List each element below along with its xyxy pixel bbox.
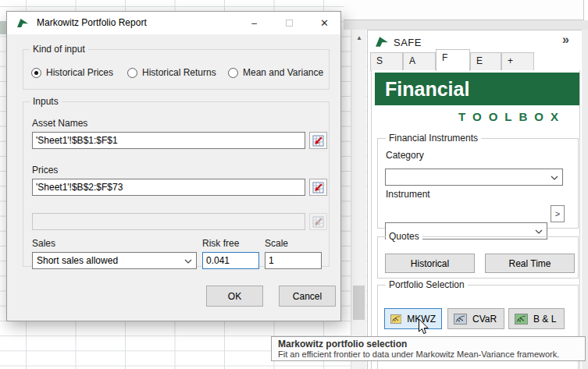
vertical-scrollbar[interactable]: ▲ bbox=[351, 30, 366, 369]
radio-mean-and-variance[interactable]: Mean and Variance bbox=[228, 66, 323, 80]
button-label: B & L bbox=[533, 314, 556, 325]
cancel-button[interactable]: Cancel bbox=[279, 286, 336, 307]
kind-of-input-group: Kind of input Historical Prices Historic… bbox=[23, 49, 330, 90]
app-logo-icon bbox=[16, 17, 29, 30]
quotes-group: Quotes Historical Real Time bbox=[377, 236, 579, 279]
radio-selected-icon[interactable] bbox=[31, 68, 41, 78]
inputs-group: Inputs Asset Names Prices bbox=[23, 101, 330, 267]
tooltip-body: Fit an efficient frontier to data under … bbox=[278, 349, 579, 359]
tooltip-title: Markowitz portfolio selection bbox=[278, 339, 579, 349]
asset-names-input[interactable] bbox=[32, 132, 305, 149]
range-picker-icon[interactable] bbox=[309, 132, 327, 149]
b-and-l-button[interactable]: B & L bbox=[508, 308, 565, 329]
group-label: Inputs bbox=[30, 96, 62, 107]
banner-title: Financial bbox=[385, 78, 469, 101]
tab-e[interactable]: E bbox=[470, 52, 501, 71]
worksheet-top-area bbox=[344, 0, 584, 20]
cvar-button[interactable]: CVaR bbox=[447, 308, 504, 329]
markowitz-dialog: Markowitz Portfolio Report – ✕ Kind of i… bbox=[6, 11, 341, 321]
group-label: Financial Instruments bbox=[386, 133, 481, 144]
dialog-title: Markowitz Portfolio Report bbox=[37, 12, 147, 34]
group-label: Kind of input bbox=[30, 44, 88, 55]
chevron-right-icon[interactable]: > bbox=[551, 205, 565, 222]
group-label: Portfolio Selection bbox=[386, 279, 468, 290]
group-label: Quotes bbox=[386, 231, 422, 242]
minimize-icon[interactable]: – bbox=[237, 12, 272, 34]
scale-label: Scale bbox=[265, 238, 288, 249]
instrument-label: Instrument bbox=[386, 189, 430, 200]
maximize-icon bbox=[272, 12, 307, 34]
historical-button[interactable]: Historical bbox=[385, 254, 475, 273]
scroll-up-icon[interactable]: ▲ bbox=[351, 30, 367, 45]
chevron-down-icon bbox=[551, 176, 558, 180]
mkwz-button[interactable]: MKWZ bbox=[384, 308, 442, 329]
financial-banner: Financial bbox=[375, 73, 579, 105]
tooltip: Markowitz portfolio selection Fit an eff… bbox=[271, 336, 586, 361]
financial-instruments-group: Financial Instruments Category Instrumen… bbox=[377, 138, 579, 229]
tab-s[interactable]: S bbox=[370, 52, 403, 71]
extra-range-input bbox=[32, 213, 305, 230]
chevron-down-icon bbox=[535, 229, 543, 234]
radio-historical-returns[interactable]: Historical Returns bbox=[127, 66, 216, 80]
double-chevron-icon[interactable]: » bbox=[562, 33, 569, 47]
dialog-titlebar[interactable]: Markowitz Portfolio Report – ✕ bbox=[7, 12, 340, 34]
chevron-down-icon bbox=[184, 259, 192, 264]
risk-free-input[interactable] bbox=[202, 252, 259, 269]
tab-a[interactable]: A bbox=[403, 52, 436, 71]
frontier-chart-icon bbox=[390, 314, 401, 325]
scale-input[interactable] bbox=[265, 252, 322, 269]
radio-icon[interactable] bbox=[127, 68, 137, 78]
range-picker-icon-disabled bbox=[309, 213, 327, 230]
button-label: CVaR bbox=[472, 314, 497, 325]
sales-value: Short sales allowed bbox=[37, 255, 118, 266]
frontier-chart-icon bbox=[454, 314, 467, 325]
radio-label: Historical Prices bbox=[46, 67, 113, 78]
tab-add[interactable]: + bbox=[501, 52, 534, 71]
safe-task-pane: SAFE » S A F E + Financial TOOLBOX Finan… bbox=[367, 30, 582, 369]
radio-label: Historical Returns bbox=[142, 67, 216, 78]
pane-top-divider bbox=[344, 20, 588, 30]
radio-historical-prices[interactable]: Historical Prices bbox=[31, 66, 113, 80]
selected-cell-fragment bbox=[0, 21, 6, 34]
window-edge-strip bbox=[582, 30, 588, 369]
sales-label: Sales bbox=[32, 238, 55, 249]
pane-title: SAFE bbox=[394, 37, 422, 48]
scrollbar-thumb[interactable] bbox=[353, 286, 365, 320]
close-icon[interactable]: ✕ bbox=[307, 12, 342, 34]
ok-button[interactable]: OK bbox=[206, 286, 263, 307]
real-time-button[interactable]: Real Time bbox=[485, 254, 575, 273]
toolbox-subtitle: TOOLBOX bbox=[458, 110, 565, 123]
tab-f[interactable]: F bbox=[436, 49, 470, 71]
prices-label: Prices bbox=[32, 165, 58, 176]
mouse-cursor bbox=[418, 318, 429, 335]
safe-logo-icon bbox=[375, 35, 389, 49]
tab-page: Financial TOOLBOX Financial Instruments … bbox=[371, 70, 580, 369]
asset-names-label: Asset Names bbox=[32, 118, 87, 129]
radio-icon[interactable] bbox=[228, 68, 238, 78]
sales-dropdown[interactable]: Short sales allowed bbox=[32, 252, 197, 269]
range-picker-icon[interactable] bbox=[309, 179, 327, 196]
radio-label: Mean and Variance bbox=[243, 67, 323, 78]
prices-input[interactable] bbox=[32, 179, 305, 196]
category-dropdown[interactable] bbox=[385, 169, 563, 186]
frontier-chart-icon bbox=[515, 314, 528, 325]
risk-free-label: Risk free bbox=[202, 238, 239, 249]
category-label: Category bbox=[386, 150, 424, 161]
